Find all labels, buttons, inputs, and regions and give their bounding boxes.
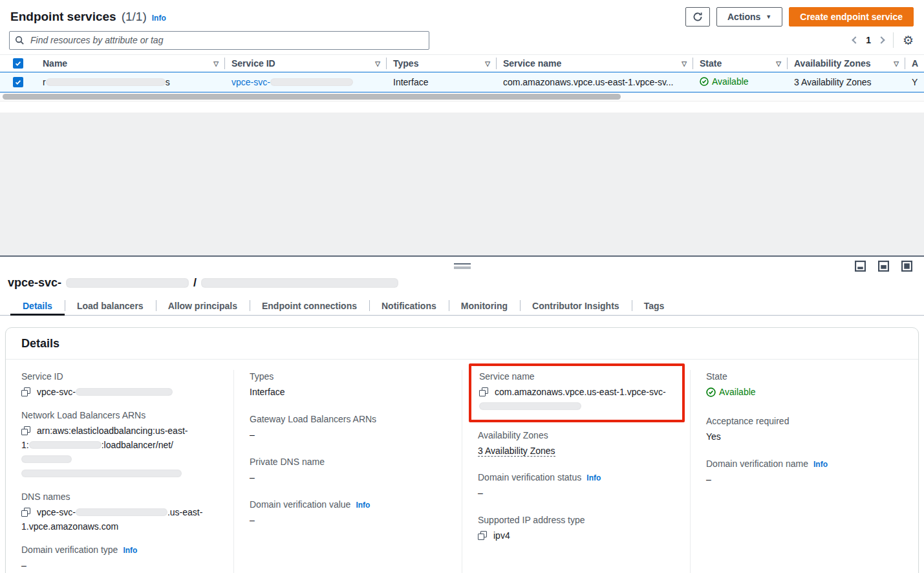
service-id-link[interactable]: vpce-svc-: [231, 77, 353, 87]
search-row: 1 ⚙: [0, 28, 924, 54]
select-all-cell: [0, 58, 36, 69]
panel-size-small-icon[interactable]: [855, 261, 866, 272]
refresh-button[interactable]: [685, 7, 710, 27]
copy-icon[interactable]: [479, 387, 488, 396]
cell-types: Interface: [387, 77, 497, 87]
split-panel: vpce-svc- / DetailsLoad balancersAllow p…: [0, 255, 924, 573]
column-header-service-name[interactable]: Service name▽: [497, 55, 693, 72]
field-dns-names: DNS names vpce-svc-.us-east- 1.vpce.amaz…: [21, 492, 218, 534]
cell-availability-zones: 3 Availability Zones: [788, 77, 905, 87]
field-availability-zones: Availability Zones 3 Availability Zones: [478, 430, 674, 458]
redacted-text: [76, 388, 173, 396]
status-available-icon: [700, 77, 709, 86]
field-service-name: Service name com.amazonaws.vpce.us-east-…: [479, 371, 674, 413]
cell-service-name: com.amazonaws.vpce.us-east-1.vpce-sv...: [497, 77, 693, 87]
create-endpoint-service-button[interactable]: Create endpoint service: [789, 7, 914, 27]
scrollbar-thumb[interactable]: [3, 94, 621, 100]
tab-endpoint-connections[interactable]: Endpoint connections: [250, 296, 369, 315]
details-column-4: State Available Acceptance required Yes …: [690, 370, 918, 573]
endpoint-services-table: Name▽ Service ID▽ Types▽ Service name▽ S…: [0, 54, 924, 113]
tab-contributor-insights[interactable]: Contributor Insights: [520, 296, 632, 315]
panel-size-large-icon[interactable]: [901, 261, 912, 272]
tab-monitoring[interactable]: Monitoring: [449, 296, 520, 315]
tab-tags[interactable]: Tags: [632, 296, 677, 315]
cell-acceptance-truncated: Y: [905, 77, 924, 87]
select-all-checkbox[interactable]: [13, 58, 23, 69]
caret-down-icon: ▼: [766, 14, 771, 20]
tab-details[interactable]: Details: [10, 296, 65, 315]
drag-handle[interactable]: [454, 263, 471, 269]
cell-state: Available: [693, 76, 788, 88]
column-header-name[interactable]: Name▽: [36, 55, 225, 72]
details-column-1: Service ID vpce-svc- Network Load Balanc…: [6, 370, 233, 573]
redacted-text: [201, 278, 398, 288]
field-label: Gateway Load Balancers ARNs: [250, 414, 376, 424]
actions-button-label: Actions: [727, 12, 760, 22]
pagination-page-number[interactable]: 1: [866, 35, 871, 45]
row-select-cell: [0, 77, 36, 87]
actions-button[interactable]: Actions ▼: [716, 7, 782, 27]
tab-notifications[interactable]: Notifications: [369, 296, 449, 315]
table-header-row: Name▽ Service ID▽ Types▽ Service name▽ S…: [0, 55, 924, 72]
title-area: Endpoint services (1/1) Info: [10, 10, 166, 24]
search-input[interactable]: [29, 34, 424, 46]
pagination-previous-icon[interactable]: [852, 36, 859, 43]
row-checkbox[interactable]: [13, 77, 23, 87]
column-header-service-id[interactable]: Service ID▽: [225, 55, 387, 72]
info-link[interactable]: Info: [813, 460, 828, 469]
info-link[interactable]: Info: [586, 473, 601, 482]
field-label: Domain verification name: [706, 459, 808, 469]
field-supported-ip-address-type: Supported IP address type ipv4: [478, 515, 674, 543]
resource-count: (1/1): [122, 10, 147, 24]
red-annotation-box: Service name com.amazonaws.vpce.us-east-…: [469, 363, 685, 422]
redacted-text: [29, 441, 102, 449]
field-service-id: Service ID vpce-svc-: [21, 371, 218, 399]
info-link[interactable]: Info: [123, 546, 137, 555]
redacted-text: [479, 402, 581, 410]
status-available-icon: [706, 387, 716, 397]
settings-gear-icon[interactable]: ⚙: [903, 34, 914, 47]
field-domain-verification-value: Domain verification valueInfo –: [250, 499, 446, 527]
column-header-acceptance-truncated[interactable]: A: [905, 55, 924, 72]
field-label: State: [706, 371, 727, 382]
pagination: 1 ⚙: [853, 32, 914, 48]
search-box[interactable]: [9, 31, 429, 50]
redacted-text: [21, 470, 182, 477]
field-label: Private DNS name: [250, 457, 325, 467]
table-row[interactable]: rs vpce-svc- Interface com.amazonaws.vpc…: [0, 72, 924, 92]
tab-allow-principals[interactable]: Allow principals: [156, 296, 250, 315]
page-title: Endpoint services: [10, 10, 116, 24]
check-icon: [14, 59, 22, 67]
availability-zones-link[interactable]: 3 Availability Zones: [794, 77, 872, 87]
info-link[interactable]: Info: [356, 501, 370, 510]
field-acceptance-required: Acceptance required Yes: [706, 416, 903, 444]
field-domain-verification-type: Domain verification typeInfo –: [21, 545, 218, 572]
details-column-2: Types Interface Gateway Load Balancers A…: [233, 370, 462, 573]
copy-icon[interactable]: [478, 531, 487, 540]
copy-icon[interactable]: [21, 508, 30, 517]
endpoint-services-page: Endpoint services (1/1) Info Actions ▼ C…: [0, 0, 924, 573]
horizontal-scrollbar: [0, 92, 924, 102]
column-header-state[interactable]: State▽: [693, 55, 788, 72]
header-info-link[interactable]: Info: [152, 14, 166, 23]
field-domain-verification-status: Domain verification statusInfo –: [478, 472, 674, 500]
availability-zones-link[interactable]: 3 Availability Zones: [478, 446, 555, 457]
copy-icon[interactable]: [21, 426, 30, 435]
cell-name: rs: [36, 77, 225, 87]
tabs: DetailsLoad balancersAllow principalsEnd…: [0, 296, 924, 316]
sort-indicator-icon: ▽: [682, 60, 687, 67]
column-header-types[interactable]: Types▽: [387, 55, 497, 72]
redacted-text: [46, 78, 166, 86]
column-header-availability-zones[interactable]: Availability Zones▽: [788, 55, 905, 72]
panel-size-medium-icon[interactable]: [878, 261, 889, 272]
field-label: Service name: [479, 371, 535, 382]
sort-indicator-icon: ▽: [375, 60, 380, 67]
split-panel-title: vpce-svc- /: [0, 276, 924, 290]
search-icon: [15, 36, 25, 45]
pagination-next-icon[interactable]: [877, 36, 885, 43]
copy-icon[interactable]: [21, 387, 30, 396]
field-label: Domain verification type: [21, 545, 118, 555]
sort-indicator-icon: ▽: [894, 60, 899, 67]
tab-load-balancers[interactable]: Load balancers: [65, 296, 156, 315]
page-background-gap: [0, 113, 924, 255]
